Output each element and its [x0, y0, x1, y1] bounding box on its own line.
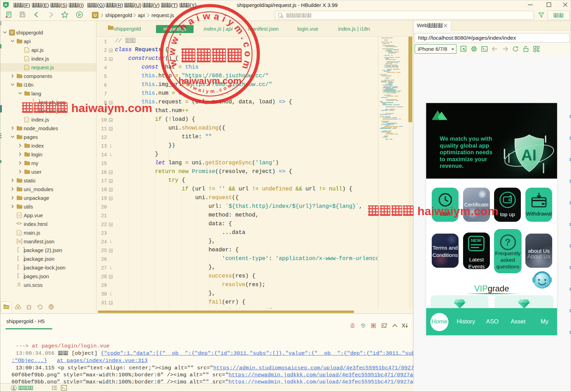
svg-text:AI: AI	[521, 147, 537, 164]
svg-text:J: J	[26, 66, 28, 70]
svg-text:J: J	[26, 58, 28, 61]
svg-text:J: J	[26, 119, 28, 122]
svg-text:V: V	[18, 214, 20, 217]
svg-text:H: H	[5, 3, 7, 7]
svg-text:?: ?	[505, 237, 511, 248]
svg-text:haiwaiym.com: haiwaiym.com	[178, 76, 241, 86]
svg-text:NEW: NEW	[471, 238, 481, 243]
svg-text:J: J	[18, 232, 20, 235]
svg-text:J: J	[26, 49, 28, 52]
